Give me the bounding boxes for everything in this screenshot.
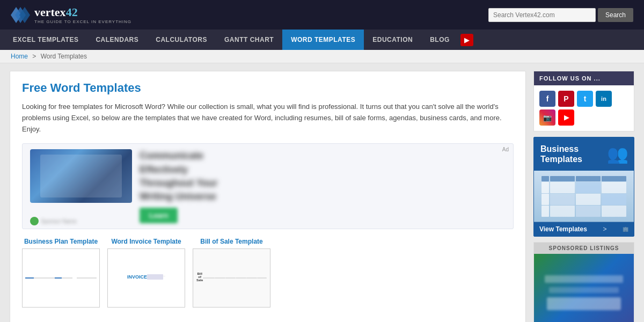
search-button[interactable]: Search (598, 8, 633, 22)
twitter-icon[interactable]: t (577, 91, 593, 107)
biz-ad-text: Business Templates (540, 144, 607, 166)
page-title: Free Word Templates (22, 81, 514, 95)
instagram-icon[interactable]: 📷 (539, 109, 555, 126)
ad-banner[interactable]: Ad CommunicateEffectivelyThroughout Your… (22, 143, 514, 229)
ad-image (30, 149, 132, 203)
logo-42: 42 (66, 5, 78, 19)
biz-ad-content: Business Templates 👥 (534, 137, 634, 171)
template-img-bill-of-sale: Bill of Sale (193, 248, 270, 308)
ad-circle-icon (30, 217, 39, 225)
template-card-bill-of-sale[interactable]: Bill of Sale Template Bill of Sale (193, 238, 270, 308)
page-description: Looking for free templates for Microsoft… (22, 101, 514, 135)
biz-ad-preview (534, 171, 634, 222)
nav-calendars[interactable]: CALENDARS (87, 30, 147, 50)
nav-youtube[interactable]: ▶ (460, 34, 473, 46)
follow-box: FOLLOW US ON ... f P t in 📷 ▶ (533, 71, 634, 131)
social-icons: f P t in 📷 ▶ (534, 85, 634, 131)
template-cards: Business Plan Template (22, 238, 514, 308)
youtube-icon: ▶ (464, 36, 470, 44)
sponsored-cta (547, 297, 621, 310)
nav-word-templates[interactable]: WORD TEMPLATES (282, 30, 364, 50)
ad-cta-button[interactable]: Learn (140, 208, 178, 223)
search-input[interactable] (488, 8, 596, 22)
breadcrumb: Home > Word Templates (0, 50, 644, 63)
nav: EXCEL TEMPLATES CALENDARS CALCULATORS GA… (0, 30, 644, 50)
breadcrumb-current: Word Templates (41, 53, 87, 60)
sponsored-line-1 (545, 275, 623, 283)
ad-sponsor-label: Sponsor Name (41, 218, 77, 224)
logo-text[interactable]: vertex42 (34, 5, 131, 19)
sponsored-header: SPONSORED LISTINGS (534, 243, 634, 254)
pinterest-icon[interactable]: P (558, 91, 574, 107)
template-img-business-plan (22, 248, 100, 308)
ad-headline: CommunicateEffectivelyThroughout YourWri… (140, 149, 506, 203)
breadcrumb-separator: > (32, 53, 38, 60)
nav-education[interactable]: EDUCATION (364, 30, 421, 50)
biz-ad-arrow-icon: > (603, 225, 606, 233)
view-templates-button[interactable]: View Templates (539, 225, 587, 233)
template-card-word-invoice[interactable]: Word Invoice Template INVOICE (107, 238, 185, 308)
breadcrumb-home[interactable]: Home (11, 53, 28, 60)
nav-calculators[interactable]: CALCULATORS (147, 30, 216, 50)
business-templates-ad[interactable]: Business Templates 👥 (533, 137, 634, 237)
ad-text-area: CommunicateEffectivelyThroughout YourWri… (140, 149, 506, 223)
biz-ad-footer[interactable]: View Templates > 🏢 (534, 222, 634, 236)
sponsored-content[interactable] (534, 254, 634, 322)
ad-sponsor: Sponsor Name (30, 217, 77, 225)
template-title-business-plan: Business Plan Template (22, 238, 100, 245)
nav-excel-templates[interactable]: EXCEL TEMPLATES (4, 30, 87, 50)
main-layout: Free Word Templates Looking for free tem… (0, 63, 644, 322)
template-title-bill-of-sale: Bill of Sale Template (193, 238, 270, 245)
content: Free Word Templates Looking for free tem… (10, 71, 526, 322)
youtube-social-icon[interactable]: ▶ (558, 109, 574, 126)
template-title-word-invoice: Word Invoice Template (107, 238, 185, 245)
biz-ad-small-icon: 🏢 (623, 226, 628, 232)
header: vertex42 THE GUIDE TO EXCEL IN EVERYTHIN… (0, 0, 644, 30)
nav-gantt-chart[interactable]: GANTT CHART (216, 30, 282, 50)
logo-tagline: THE GUIDE TO EXCEL IN EVERYTHING (34, 19, 131, 24)
sponsored-box: SPONSORED LISTINGS (533, 242, 634, 322)
template-img-word-invoice: INVOICE (107, 248, 185, 308)
nav-blog[interactable]: BLOG (421, 30, 458, 50)
search-area: Search (488, 8, 633, 22)
facebook-icon[interactable]: f (539, 91, 555, 107)
logo-icon (11, 7, 30, 23)
people-icon: 👥 (607, 144, 628, 164)
linkedin-icon[interactable]: in (596, 91, 612, 107)
logo-area: vertex42 THE GUIDE TO EXCEL IN EVERYTHIN… (11, 5, 131, 24)
follow-header: FOLLOW US ON ... (534, 71, 634, 85)
sidebar: FOLLOW US ON ... f P t in 📷 ▶ Business T… (533, 71, 634, 322)
sponsored-line-2 (549, 287, 619, 293)
biz-ad-title: Business Templates (540, 144, 607, 164)
template-card-business-plan[interactable]: Business Plan Template (22, 238, 100, 308)
